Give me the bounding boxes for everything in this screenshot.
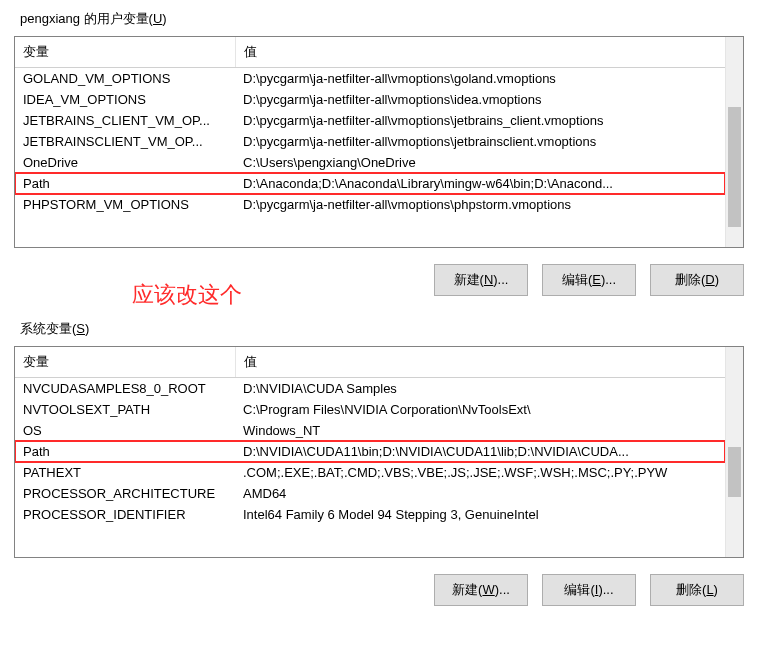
var-value: C:\Users\pengxiang\OneDrive xyxy=(235,152,725,173)
var-value: Intel64 Family 6 Model 94 Stepping 3, Ge… xyxy=(235,504,725,525)
var-name: GOLAND_VM_OPTIONS xyxy=(15,68,235,90)
var-value: .COM;.EXE;.BAT;.CMD;.VBS;.VBE;.JS;.JSE;.… xyxy=(235,462,725,483)
var-value: D:\pycgarm\ja-netfilter-all\vmoptions\ph… xyxy=(235,194,725,215)
table-row[interactable]: PHPSTORM_VM_OPTIONSD:\pycgarm\ja-netfilt… xyxy=(15,194,725,215)
var-value: AMD64 xyxy=(235,483,725,504)
table-row[interactable]: PROCESSOR_ARCHITECTUREAMD64 xyxy=(15,483,725,504)
system-vars-scrollbar[interactable] xyxy=(725,347,743,557)
scroll-thumb[interactable] xyxy=(728,107,741,227)
system-vars-label: 系统变量(S) xyxy=(20,320,744,338)
col-header-value[interactable]: 值 xyxy=(235,37,725,68)
user-vars-scrollbar[interactable] xyxy=(725,37,743,247)
label-suffix: ) xyxy=(162,11,166,26)
user-vars-buttons: 新建(N)... 编辑(E)... 删除(D) xyxy=(14,248,744,306)
label-text: pengxiang 的用户变量( xyxy=(20,11,153,26)
table-row[interactable]: PathD:\Anaconda;D:\Anaconda\Library\ming… xyxy=(15,173,725,194)
sys-delete-button[interactable]: 删除(L) xyxy=(650,574,744,606)
user-new-button[interactable]: 新建(N)... xyxy=(434,264,528,296)
var-name: JETBRAINS_CLIENT_VM_OP... xyxy=(15,110,235,131)
label-accel: S xyxy=(76,321,85,336)
var-name: PROCESSOR_IDENTIFIER xyxy=(15,504,235,525)
table-row[interactable]: JETBRAINSCLIENT_VM_OP...D:\pycgarm\ja-ne… xyxy=(15,131,725,152)
scroll-thumb[interactable] xyxy=(728,447,741,497)
sys-new-button[interactable]: 新建(W)... xyxy=(434,574,528,606)
table-row[interactable]: PathD:\NVIDIA\CUDA11\bin;D:\NVIDIA\CUDA1… xyxy=(15,441,725,462)
system-vars-list[interactable]: 变量 值 NVCUDASAMPLES8_0_ROOTD:\NVIDIA\CUDA… xyxy=(14,346,744,558)
var-name: PATHEXT xyxy=(15,462,235,483)
var-value: D:\pycgarm\ja-netfilter-all\vmoptions\id… xyxy=(235,89,725,110)
var-value: C:\Program Files\NVIDIA Corporation\NvTo… xyxy=(235,399,725,420)
var-value: D:\NVIDIA\CUDA Samples xyxy=(235,378,725,400)
var-name: NVTOOLSEXT_PATH xyxy=(15,399,235,420)
table-row[interactable]: GOLAND_VM_OPTIONSD:\pycgarm\ja-netfilter… xyxy=(15,68,725,90)
var-name: PROCESSOR_ARCHITECTURE xyxy=(15,483,235,504)
table-row[interactable]: JETBRAINS_CLIENT_VM_OP...D:\pycgarm\ja-n… xyxy=(15,110,725,131)
var-name: PHPSTORM_VM_OPTIONS xyxy=(15,194,235,215)
system-vars-buttons: 新建(W)... 编辑(I)... 删除(L) xyxy=(14,558,744,616)
var-name: IDEA_VM_OPTIONS xyxy=(15,89,235,110)
var-value: D:\Anaconda;D:\Anaconda\Library\mingw-w6… xyxy=(235,173,725,194)
label-text: 系统变量( xyxy=(20,321,76,336)
table-row[interactable]: PATHEXT.COM;.EXE;.BAT;.CMD;.VBS;.VBE;.JS… xyxy=(15,462,725,483)
system-variables-panel: 系统变量(S) 变量 值 NVCUDASAMPLES8_0_ROOTD:\NVI… xyxy=(0,310,758,620)
var-name: Path xyxy=(15,441,235,462)
user-edit-button[interactable]: 编辑(E)... xyxy=(542,264,636,296)
var-value: D:\pycgarm\ja-netfilter-all\vmoptions\go… xyxy=(235,68,725,90)
table-row[interactable]: OneDriveC:\Users\pengxiang\OneDrive xyxy=(15,152,725,173)
user-variables-panel: pengxiang 的用户变量(U) 变量 值 GOLAND_VM_OPTION… xyxy=(0,0,758,310)
var-value: D:\pycgarm\ja-netfilter-all\vmoptions\je… xyxy=(235,131,725,152)
table-row[interactable]: OSWindows_NT xyxy=(15,420,725,441)
var-value: D:\pycgarm\ja-netfilter-all\vmoptions\je… xyxy=(235,110,725,131)
label-accel: U xyxy=(153,11,162,26)
table-row[interactable]: NVCUDASAMPLES8_0_ROOTD:\NVIDIA\CUDA Samp… xyxy=(15,378,725,400)
user-delete-button[interactable]: 删除(D) xyxy=(650,264,744,296)
system-vars-table: 变量 值 NVCUDASAMPLES8_0_ROOTD:\NVIDIA\CUDA… xyxy=(15,347,725,525)
col-header-name[interactable]: 变量 xyxy=(15,37,235,68)
table-row[interactable]: NVTOOLSEXT_PATHC:\Program Files\NVIDIA C… xyxy=(15,399,725,420)
var-name: NVCUDASAMPLES8_0_ROOT xyxy=(15,378,235,400)
col-header-value[interactable]: 值 xyxy=(235,347,725,378)
var-name: OneDrive xyxy=(15,152,235,173)
var-value: D:\NVIDIA\CUDA11\bin;D:\NVIDIA\CUDA11\li… xyxy=(235,441,725,462)
var-name: JETBRAINSCLIENT_VM_OP... xyxy=(15,131,235,152)
user-vars-label: pengxiang 的用户变量(U) xyxy=(20,10,744,28)
var-name: OS xyxy=(15,420,235,441)
table-row[interactable]: PROCESSOR_IDENTIFIERIntel64 Family 6 Mod… xyxy=(15,504,725,525)
var-value: Windows_NT xyxy=(235,420,725,441)
col-header-name[interactable]: 变量 xyxy=(15,347,235,378)
user-vars-table: 变量 值 GOLAND_VM_OPTIONSD:\pycgarm\ja-netf… xyxy=(15,37,725,215)
table-row[interactable]: IDEA_VM_OPTIONSD:\pycgarm\ja-netfilter-a… xyxy=(15,89,725,110)
label-suffix: ) xyxy=(85,321,89,336)
user-vars-list[interactable]: 变量 值 GOLAND_VM_OPTIONSD:\pycgarm\ja-netf… xyxy=(14,36,744,248)
var-name: Path xyxy=(15,173,235,194)
sys-edit-button[interactable]: 编辑(I)... xyxy=(542,574,636,606)
